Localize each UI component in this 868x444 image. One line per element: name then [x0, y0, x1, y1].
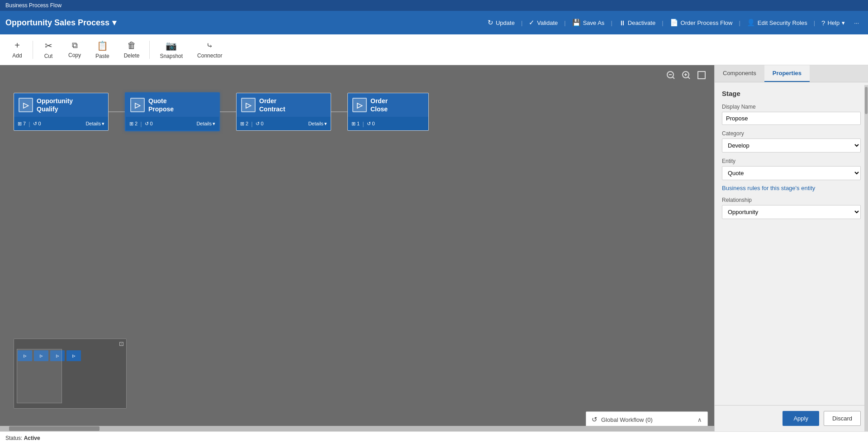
flow-container: ▷ OpportunityQualify ⊞ 7 | ↺ 0 Details	[14, 92, 429, 131]
connector-3	[331, 111, 347, 112]
footer-sep-qp: |	[140, 120, 142, 127]
connector-button[interactable]: ⤷ Connector	[191, 37, 228, 63]
deactivate-label: Deactivate	[628, 19, 655, 26]
canvas-scrollbar[interactable]	[0, 426, 714, 431]
order-process-flow-button[interactable]: 📄 Order Process Flow	[666, 17, 736, 29]
global-workflow-bar[interactable]: ↺ Global Workflow (0) ∧	[586, 411, 708, 428]
minimap: ⊡ ▷ ▷ ▷ ▷	[14, 339, 127, 409]
sep6: |	[813, 19, 816, 26]
copy-label: Copy	[68, 52, 81, 58]
paste-icon: 📋	[97, 40, 108, 51]
connector-2	[220, 111, 236, 112]
stage-icon-oq: ▷	[19, 98, 33, 112]
discard-button[interactable]: Discard	[824, 411, 861, 426]
stage-workflows-oc: ↺ 0	[256, 121, 264, 127]
cut-button[interactable]: ✂ Cut	[37, 37, 60, 63]
details-btn-oq[interactable]: Details ▾	[85, 121, 104, 127]
snapshot-button[interactable]: 📷 Snapshot	[153, 37, 189, 63]
paste-button[interactable]: 📋 Paste	[89, 37, 116, 63]
process-title-chevron: ▾	[112, 18, 116, 28]
section-title: Stage	[722, 90, 861, 97]
footer-sep-oq: |	[28, 120, 30, 127]
fields-icon-qp: ⊞	[129, 121, 133, 127]
canvas-area[interactable]: ▷ OpportunityQualify ⊞ 7 | ↺ 0 Details	[0, 65, 714, 431]
category-select[interactable]: Qualify Develop Propose Close	[722, 138, 861, 153]
tab-components-label: Components	[723, 70, 756, 76]
toolbar: + Add ✂ Cut ⧉ Copy 📋 Paste 🗑 Delete 📷 Sn…	[0, 34, 868, 65]
cut-label: Cut	[44, 53, 53, 59]
details-label-oc: Details	[308, 121, 323, 126]
add-button[interactable]: + Add	[5, 37, 29, 63]
stage-header-oc: ▷ OrderContract	[237, 93, 331, 117]
fields-count-qp: 2	[135, 121, 138, 126]
discard-label: Discard	[832, 415, 852, 422]
delete-icon: 🗑	[127, 40, 136, 51]
add-icon: +	[14, 40, 20, 51]
save-as-label: Save As	[583, 19, 605, 26]
stage-fields-qp: ⊞ 2	[129, 121, 138, 127]
stage-workflows-ocl: ↺ 0	[367, 121, 375, 127]
sep4: |	[661, 19, 664, 26]
tab-properties[interactable]: Properties	[764, 65, 810, 82]
deactivate-icon: ⏸	[619, 19, 626, 27]
title-bar: Business Process Flow	[0, 0, 868, 11]
relationship-select[interactable]: Opportunity Quote Order	[722, 205, 861, 219]
help-label: Help	[827, 19, 840, 26]
details-btn-qp[interactable]: Details ▾	[196, 121, 215, 127]
fields-count-oq: 7	[23, 121, 26, 126]
tab-components[interactable]: Components	[715, 65, 764, 82]
more-button[interactable]: ···	[850, 18, 863, 28]
minimap-header: ⊡	[14, 339, 126, 349]
edit-security-roles-label: Edit Security Roles	[758, 19, 807, 26]
right-panel-wrapper: Components Properties Stage Display Name…	[714, 65, 868, 431]
copy-button[interactable]: ⧉ Copy	[62, 37, 87, 63]
process-title-text: Opportunity Sales Process	[5, 18, 109, 28]
stage-footer-oc: ⊞ 2 | ↺ 0 Details ▾	[237, 117, 331, 130]
update-button[interactable]: ↻ Update	[484, 17, 518, 29]
delete-button[interactable]: 🗑 Delete	[118, 37, 146, 63]
stage-fields-ocl: ⊞ 1	[351, 121, 360, 127]
stage-order-contract[interactable]: ▷ OrderContract ⊞ 2 | ↺ 0 Details ▾	[236, 93, 331, 131]
apply-label: Apply	[793, 415, 808, 422]
business-rules-link[interactable]: Business rules for this stage's entity	[722, 185, 861, 191]
relationship-label: Relationship	[722, 197, 861, 203]
display-name-input[interactable]	[722, 112, 861, 125]
stage-order-close[interactable]: ▷ OrderClose ⊞ 1 | ↺ 0	[347, 93, 429, 131]
svg-line-6	[688, 77, 690, 79]
deactivate-button[interactable]: ⏸ Deactivate	[615, 17, 659, 29]
more-icon: ···	[854, 19, 859, 26]
order-process-flow-icon: 📄	[670, 19, 678, 27]
zoom-out-button[interactable]	[664, 70, 677, 83]
svg-line-2	[673, 77, 674, 79]
tab-properties-label: Properties	[773, 70, 802, 76]
details-label-oq: Details	[85, 121, 101, 126]
order-process-flow-label: Order Process Flow	[681, 19, 733, 26]
stage-quote-propose[interactable]: ▷ QuotePropose ⊞ 2 | ↺ 0 Details ▾	[125, 92, 220, 131]
stage-footer-ocl: ⊞ 1 | ↺ 0	[348, 117, 428, 130]
canvas-scrollbar-thumb[interactable]	[9, 426, 100, 431]
status-bar: Status: Active	[0, 431, 868, 444]
help-chevron: ▾	[842, 19, 845, 26]
panel-footer: Apply Discard	[715, 405, 868, 431]
stage-footer-oq: ⊞ 7 | ↺ 0 Details ▾	[14, 117, 108, 130]
validate-button[interactable]: ✓ Validate	[525, 17, 561, 29]
zoom-in-button[interactable]	[680, 70, 693, 83]
edit-security-roles-icon: 👤	[747, 19, 755, 27]
process-title[interactable]: Opportunity Sales Process ▾	[5, 18, 477, 28]
save-as-button[interactable]: 💾 Save As	[569, 17, 608, 29]
fullscreen-button[interactable]	[695, 70, 708, 83]
stage-name-oq: OpportunityQualify	[37, 97, 73, 113]
help-button[interactable]: ? Help ▾	[818, 17, 849, 29]
edit-security-roles-button[interactable]: 👤 Edit Security Roles	[743, 17, 811, 29]
stage-footer-qp: ⊞ 2 | ↺ 0 Details ▾	[126, 117, 219, 130]
category-label: Category	[722, 130, 861, 137]
mini-viewport	[17, 349, 62, 403]
details-btn-oc[interactable]: Details ▾	[308, 121, 327, 127]
snapshot-icon: 📷	[166, 40, 177, 51]
minimap-expand-button[interactable]: ⊡	[119, 340, 124, 347]
details-chevron-oq: ▾	[102, 121, 104, 127]
mini-stage-4: ▷	[66, 350, 81, 361]
stage-opportunity-qualify[interactable]: ▷ OpportunityQualify ⊞ 7 | ↺ 0 Details	[14, 93, 109, 131]
apply-button[interactable]: Apply	[783, 411, 819, 426]
entity-select[interactable]: Opportunity Quote Order Invoice	[722, 166, 861, 180]
